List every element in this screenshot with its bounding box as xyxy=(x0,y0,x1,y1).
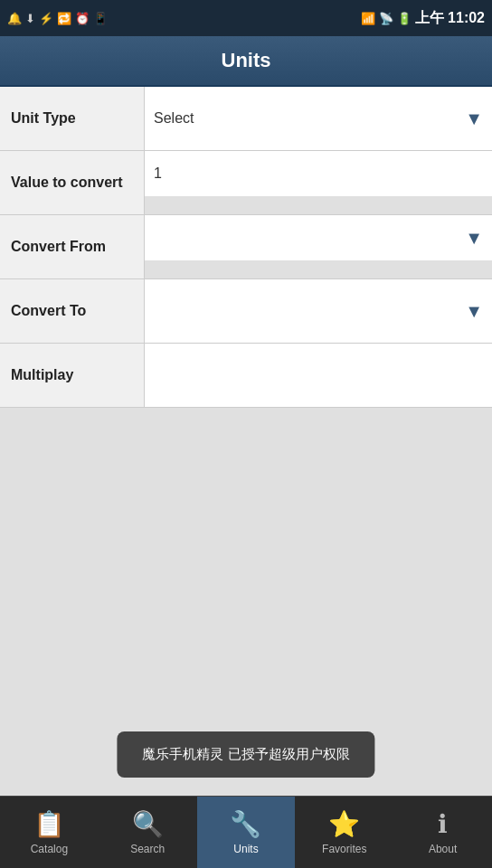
status-right-icons: 📶 📡 🔋 上午 11:02 xyxy=(361,9,485,28)
unit-type-value: Select xyxy=(154,110,465,127)
battery-icon: 🔋 xyxy=(397,12,412,25)
unit-type-dropdown-arrow[interactable]: ▼ xyxy=(465,108,483,129)
screen-icon: 📱 xyxy=(93,12,108,25)
unit-type-input-area: Select ▼ xyxy=(145,87,492,150)
convert-from-dropdown-arrow[interactable]: ▼ xyxy=(465,228,483,249)
status-left-icons: 🔔 ⬇ ⚡ 🔁 ⏰ 📱 xyxy=(7,12,108,25)
value-to-convert-input-area: 1 xyxy=(145,151,492,214)
about-icon: ℹ xyxy=(438,809,448,839)
convert-from-select-row[interactable]: ▼ xyxy=(145,215,492,260)
notification-icon: 🔔 xyxy=(7,12,22,25)
nav-label-favorites: Favorites xyxy=(322,843,366,855)
alarm-icon: ⏰ xyxy=(75,12,90,25)
nav-label-search: Search xyxy=(130,843,165,855)
value-to-convert-label: Value to convert xyxy=(0,151,145,214)
convert-from-label: Convert From xyxy=(0,215,145,278)
search-icon: 🔍 xyxy=(132,809,164,839)
nav-item-catalog[interactable]: 📋 Catalog xyxy=(0,797,99,868)
nav-item-favorites[interactable]: ⭐ Favorites xyxy=(295,797,393,868)
header: Units xyxy=(0,36,492,87)
unit-type-row: Unit Type Select ▼ xyxy=(0,87,492,151)
usb-icon: ⚡ xyxy=(39,12,53,25)
units-icon: 🔧 xyxy=(230,809,261,839)
nav-item-about[interactable]: ℹ About xyxy=(393,797,492,868)
convert-from-input-area: ▼ xyxy=(145,215,492,278)
status-bar: 🔔 ⬇ ⚡ 🔁 ⏰ 📱 📶 📡 🔋 上午 11:02 xyxy=(0,0,492,36)
favorites-icon: ⭐ xyxy=(328,809,360,839)
multiplay-label: Multiplay xyxy=(0,344,145,407)
sync-icon: 🔁 xyxy=(57,12,71,25)
catalog-icon: 📋 xyxy=(33,809,65,839)
multiplay-input-area xyxy=(145,344,492,407)
download-icon: ⬇ xyxy=(25,12,35,25)
toast-message: 魔乐手机精灵 已授予超级用户权限 xyxy=(142,746,349,761)
unit-type-select-row[interactable]: Select ▼ xyxy=(145,96,492,141)
convert-from-sub-bar xyxy=(145,260,492,278)
convert-to-row: Convert To ▼ xyxy=(0,279,492,344)
multiplay-row: Multiplay xyxy=(0,344,492,408)
value-to-convert-input-row: 1 xyxy=(145,151,492,196)
multiplay-input[interactable] xyxy=(154,367,483,383)
bottom-nav: 📋 Catalog 🔍 Search 🔧 Units ⭐ Favorites ℹ… xyxy=(0,796,492,868)
nav-item-search[interactable]: 🔍 Search xyxy=(99,797,197,868)
unit-type-label: Unit Type xyxy=(0,87,145,150)
value-to-convert-row: Value to convert 1 xyxy=(0,151,492,215)
convert-from-row: Convert From ▼ xyxy=(0,215,492,279)
convert-to-label: Convert To xyxy=(0,279,145,343)
convert-to-dropdown-arrow[interactable]: ▼ xyxy=(465,301,483,322)
nav-label-about: About xyxy=(429,843,457,855)
toast-notification: 魔乐手机精灵 已授予超级用户权限 xyxy=(117,731,374,778)
status-time: 上午 11:02 xyxy=(415,9,485,28)
nav-label-catalog: Catalog xyxy=(31,843,68,855)
page-title: Units xyxy=(222,49,271,72)
wifi-icon: 📶 xyxy=(361,12,375,25)
nav-item-units[interactable]: 🔧 Units xyxy=(197,797,296,868)
nav-label-units: Units xyxy=(233,843,258,855)
multiplay-input-row xyxy=(145,353,492,398)
convert-to-input-area: ▼ xyxy=(145,279,492,343)
value-sub-bar xyxy=(145,196,492,214)
value-to-convert-input[interactable]: 1 xyxy=(154,165,483,182)
signal-icon: 📡 xyxy=(379,12,393,25)
convert-to-select-row[interactable]: ▼ xyxy=(145,288,492,334)
